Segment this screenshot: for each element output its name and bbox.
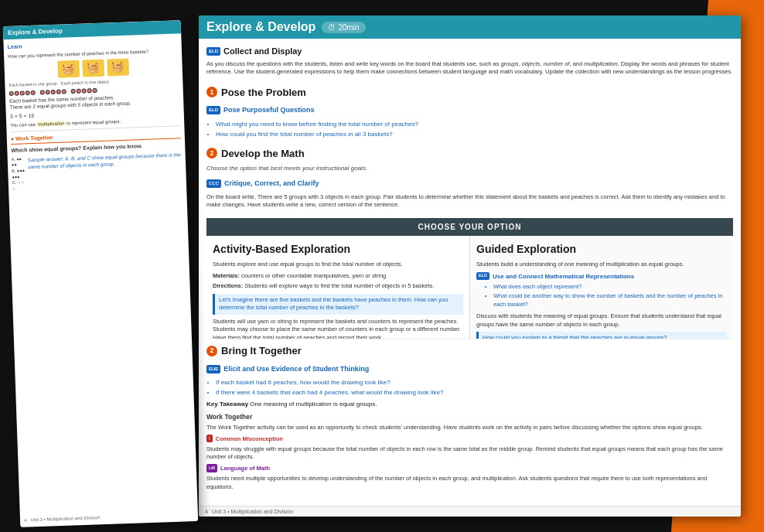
circle — [82, 88, 87, 93]
lang-math-icon: LM — [206, 464, 217, 472]
ucmr-bullets: What does each object represent? What co… — [486, 283, 727, 309]
misconception-label: Common Misconception — [216, 435, 283, 443]
ucmr-title-row: ELD Use and Connect Mathematical Represe… — [476, 272, 727, 281]
choose-option-banner: CHOOSE YOUR OPTION — [206, 218, 733, 236]
elicit-bullet-1: If each basket had 6 peaches, how would … — [216, 378, 733, 387]
activity-intro: Students explore and use equal groups to… — [213, 261, 463, 269]
pose-problem-section: 1 Pose the Problem ELD Pose Purposeful Q… — [206, 85, 733, 140]
circle — [9, 91, 14, 96]
work-together-examples: A. ●● ●● B. ●●● ●●● C. ○ ○ ○ Sample answ… — [12, 151, 182, 193]
circle — [26, 90, 30, 95]
footer-unit: Unit 3 • Multiplication and Division — [212, 509, 293, 514]
basket-1: 🧺 — [57, 60, 80, 78]
group-circles-2 — [40, 89, 67, 94]
main-container: Explore & Develop Learn How can you repr… — [12, 15, 741, 517]
materials-text: Materials: counters or other countable m… — [213, 272, 463, 281]
develop-number-circle: 2 — [206, 148, 217, 159]
critique-heading: Critique, Correct, and Clarify — [224, 179, 319, 189]
discuss-bullet: How could you explain to a friend that t… — [476, 332, 727, 339]
discuss-text: Discuss with students the meaning of equ… — [476, 312, 727, 329]
pose-bullet-2: How could you find the total number of p… — [216, 130, 733, 139]
collect-display-body: As you discuss the questions with the st… — [206, 60, 733, 77]
elicit-row: EUE Elicit and Use Evidence of Student T… — [206, 362, 733, 377]
explore-develop-title: Explore & Develop — [8, 28, 63, 36]
bring-number-heading: 2 Bring It Together — [206, 343, 733, 359]
pose-bullet-1: What might you need to know before findi… — [216, 120, 733, 129]
circle — [93, 88, 97, 93]
elicit-bullet-2: If there were 4 baskets that each had 4 … — [216, 388, 733, 397]
time-badge: ⏱ 20min — [322, 22, 365, 33]
basket-3: 🧺 — [107, 59, 129, 77]
baskets-row: 🧺 🧺 🧺 — [8, 57, 179, 80]
activity-body1: Students will use yarn or string to repr… — [213, 318, 463, 339]
activity-title: Activity-Based Exploration — [213, 242, 463, 257]
options-area: Activity-Based Exploration Students expl… — [206, 236, 733, 339]
bring-together-heading: Bring It Together — [221, 343, 302, 359]
example-labels: A. ●● ●● B. ●●● ●●● C. ○ ○ ○ — [12, 156, 27, 193]
circle — [15, 90, 19, 95]
circle — [87, 88, 92, 93]
elicit-heading: Elicit and Use Evidence of Student Think… — [223, 364, 369, 375]
sample-answer: Sample answer: A, B, and C show equal gr… — [28, 151, 183, 192]
teacher-guide: Explore & Develop ⏱ 20min ELD Collect an… — [199, 15, 741, 517]
misconception-icon: ! — [206, 435, 213, 442]
misconception-row: ! Common Misconception — [206, 435, 733, 443]
pose-number-circle: 1 — [206, 87, 217, 97]
clock-icon: ⏱ — [328, 23, 336, 32]
pose-questions-row: ELD Pose Purposeful Questions — [206, 103, 733, 118]
group-circles-1 — [9, 90, 36, 96]
mult-highlight: multiplication — [37, 121, 66, 126]
highlight-bullet: Let's Imagine there are five baskets and… — [213, 294, 463, 315]
teacher-header: Explore & Develop ⏱ 20min — [199, 15, 741, 39]
activity-exploration-column: Activity-Based Exploration Students expl… — [206, 236, 470, 339]
lang-math-row: LM Language of Math — [206, 464, 733, 472]
collect-display-heading: Collect and Display — [223, 45, 302, 58]
develop-number-heading: 2 Develop the Math — [206, 146, 733, 162]
work-together-section: ● Work Together Which show equal groups?… — [11, 129, 182, 192]
think-bullet-2: What could be another way to show the nu… — [493, 292, 727, 309]
pose-questions-heading: Pose Purposeful Questions — [223, 105, 315, 116]
collect-display-title-row: ELD Collect and Display — [206, 45, 733, 58]
basket-2: 🧺 — [82, 60, 104, 77]
work-together-teacher-heading: Work Together — [206, 412, 733, 422]
lang-math-label: Language of Math — [220, 464, 270, 472]
lang-math-body: Students need multiple opportunities to … — [206, 475, 733, 491]
key-takeaway: Key Takeaway One meaning of multiplicati… — [206, 400, 733, 409]
elicit-bullets: If each basket had 6 peaches, how would … — [216, 378, 733, 397]
guided-title: Guided Exploration — [476, 242, 727, 257]
critique-row: CCC Critique, Correct, and Clarify — [206, 176, 733, 191]
circle — [51, 90, 56, 94]
page-footer: 4 Unit 3 • Multiplication and Division — [199, 506, 741, 517]
bring-number-circle: 2 — [206, 346, 217, 356]
eue-icon: EUE — [206, 365, 220, 373]
circle — [56, 90, 61, 94]
circle — [71, 89, 76, 94]
pose-heading: Pose the Problem — [221, 85, 306, 101]
bring-together-section: 2 Bring It Together EUE Elicit and Use E… — [206, 339, 733, 493]
develop-heading: Develop the Math — [221, 146, 305, 162]
ucmr-icon: ELD — [476, 272, 489, 280]
pose-bullets: What might you need to know before findi… — [216, 120, 733, 139]
page-number: 4 Unit 3 • Multiplication and Division — [24, 514, 101, 523]
work-together-teacher-body: The Work Together activity can be used a… — [206, 424, 733, 432]
eld-icon-2: ELD — [206, 106, 220, 114]
critique-body: On the board write, There are 5 groups w… — [206, 193, 733, 210]
think-bullet-1: What does each object represent? — [493, 283, 727, 292]
circle — [31, 90, 36, 95]
student-page: Explore & Develop Learn How can you repr… — [3, 20, 198, 527]
teacher-body: ELD Collect and Display As you discuss t… — [199, 39, 741, 506]
circle — [20, 90, 25, 95]
pose-number-heading: 1 Pose the Problem — [206, 85, 733, 101]
eld-icon-badge: ELD — [206, 47, 220, 56]
teacher-header-title: Explore & Develop — [206, 20, 315, 34]
italic-word: multiplication — [584, 60, 617, 67]
directions-text: Directions: Students will explore ways t… — [213, 282, 463, 291]
guided-exploration-column: Guided Exploration Students build a unde… — [470, 236, 733, 339]
develop-subtext: Choose the option that best meets your i… — [206, 164, 733, 173]
student-page-body: Learn How can you represent the number o… — [3, 33, 186, 199]
guided-intro: Students build a understanding of one me… — [476, 261, 727, 269]
options-container: CHOOSE YOUR OPTION Activity-Based Explor… — [206, 218, 733, 339]
circle — [77, 89, 81, 94]
ucmr-section: ELD Use and Connect Mathematical Represe… — [476, 272, 727, 309]
circle — [46, 90, 50, 94]
